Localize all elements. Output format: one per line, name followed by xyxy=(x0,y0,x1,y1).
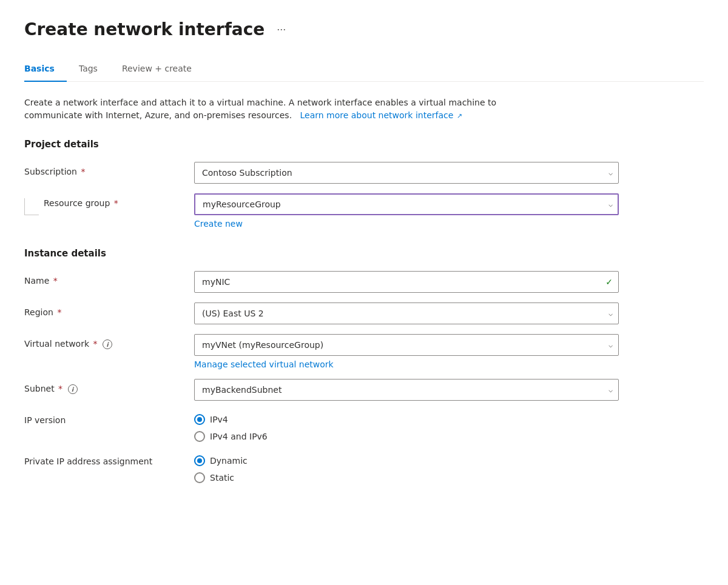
subnet-info-icon[interactable]: i xyxy=(68,384,78,394)
private-ip-static-label: Static xyxy=(210,473,234,483)
subscription-label: Subscription xyxy=(24,167,77,176)
external-link-icon: ↗ xyxy=(454,112,462,120)
private-ip-dynamic-radio[interactable] xyxy=(194,455,205,466)
tab-review-create[interactable]: Review + create xyxy=(110,56,204,82)
resource-group-required: * xyxy=(114,198,118,208)
subscription-required: * xyxy=(81,167,85,176)
resource-group-row: Resource group * myResourceGroup ⌵ Creat… xyxy=(24,193,704,229)
instance-details-heading: Instance details xyxy=(24,248,704,259)
ip-version-ipv4-option[interactable]: IPv4 xyxy=(194,414,619,425)
indent-line xyxy=(24,198,39,215)
private-ip-static-radio[interactable] xyxy=(194,472,205,483)
name-input[interactable] xyxy=(194,271,619,293)
resource-group-label: Resource group xyxy=(44,198,110,208)
private-ip-static-option[interactable]: Static xyxy=(194,472,619,483)
ip-version-ipv4-label: IPv4 xyxy=(210,415,228,424)
region-row: Region * (US) East US 2 ⌵ xyxy=(24,303,704,324)
resource-group-select[interactable]: myResourceGroup xyxy=(194,193,619,215)
tab-tags[interactable]: Tags xyxy=(67,56,110,82)
resource-group-label-wrapper: Resource group * xyxy=(24,198,194,215)
subnet-select-wrapper: myBackendSubnet ⌵ xyxy=(194,379,619,401)
page-title: Create network interface xyxy=(24,19,265,39)
ip-version-label: IP version xyxy=(24,415,66,425)
manage-virtual-network-link[interactable]: Manage selected virtual network xyxy=(194,359,334,369)
name-required: * xyxy=(53,276,58,286)
project-details-heading: Project details xyxy=(24,139,704,150)
private-ip-row: Private IP address assignment Dynamic St… xyxy=(24,452,704,483)
subscription-select[interactable]: Contoso Subscription xyxy=(194,162,619,184)
region-select-wrapper: (US) East US 2 ⌵ xyxy=(194,303,619,324)
more-options-button[interactable]: ··· xyxy=(272,21,291,38)
virtual-network-info-icon[interactable]: i xyxy=(103,339,112,349)
ip-version-ipv4ipv6-radio[interactable] xyxy=(194,431,205,442)
ip-version-ipv4ipv6-option[interactable]: IPv4 and IPv6 xyxy=(194,431,619,442)
instance-details-section: Instance details Name * ✓ Region * xyxy=(24,248,704,483)
subscription-row: Subscription * Contoso Subscription ⌵ xyxy=(24,162,704,184)
project-details-section: Project details Subscription * Contoso S… xyxy=(24,139,704,229)
region-required: * xyxy=(57,307,61,317)
private-ip-label: Private IP address assignment xyxy=(24,456,152,466)
description-text: Create a network interface and attach it… xyxy=(24,96,540,122)
subnet-label: Subnet xyxy=(24,384,55,393)
private-ip-dynamic-option[interactable]: Dynamic xyxy=(194,455,619,466)
ip-version-row: IP version IPv4 IPv4 and IPv6 xyxy=(24,410,704,442)
create-new-resource-group-link[interactable]: Create new xyxy=(194,219,243,229)
virtual-network-required: * xyxy=(93,339,98,349)
subnet-required: * xyxy=(58,384,62,393)
ip-version-radio-group: IPv4 IPv4 and IPv6 xyxy=(194,410,619,442)
subnet-select[interactable]: myBackendSubnet xyxy=(194,379,619,401)
subnet-row: Subnet * i myBackendSubnet ⌵ xyxy=(24,379,704,401)
virtual-network-select[interactable]: myVNet (myResourceGroup) xyxy=(194,334,619,356)
virtual-network-select-wrapper: myVNet (myResourceGroup) ⌵ xyxy=(194,334,619,356)
name-input-wrapper: ✓ xyxy=(194,271,619,293)
subscription-select-wrapper: Contoso Subscription ⌵ xyxy=(194,162,619,184)
tab-basics[interactable]: Basics xyxy=(24,56,67,82)
private-ip-radio-group: Dynamic Static xyxy=(194,452,619,483)
region-select[interactable]: (US) East US 2 xyxy=(194,303,619,324)
private-ip-dynamic-label: Dynamic xyxy=(210,456,248,466)
region-label: Region xyxy=(24,307,53,317)
ip-version-ipv4ipv6-label: IPv4 and IPv6 xyxy=(210,432,268,441)
virtual-network-row: Virtual network * i myVNet (myResourceGr… xyxy=(24,334,704,369)
learn-more-link[interactable]: Learn more about network interface ↗ xyxy=(297,110,462,120)
ip-version-ipv4-radio[interactable] xyxy=(194,414,205,425)
tab-bar: Basics Tags Review + create xyxy=(24,56,704,82)
virtual-network-label: Virtual network xyxy=(24,339,89,349)
resource-group-select-wrapper: myResourceGroup ⌵ xyxy=(194,193,619,215)
name-row: Name * ✓ xyxy=(24,271,704,293)
name-label: Name xyxy=(24,276,49,286)
